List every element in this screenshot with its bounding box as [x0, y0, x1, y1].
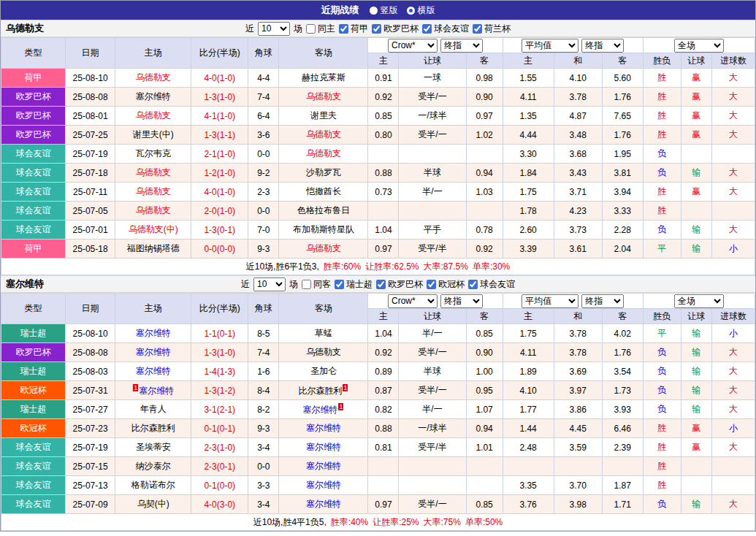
home-team-link[interactable]: 乌契(中) [137, 499, 169, 509]
handicap-odds-value [368, 202, 399, 221]
away-team-link[interactable]: 布加勒斯特星队 [293, 224, 354, 234]
home-team-link[interactable]: 塞尔维特 [136, 366, 171, 376]
league-filter-checkbox-input[interactable] [427, 280, 436, 289]
layout-radio-option[interactable]: 横版 [407, 4, 435, 17]
over-under-result-cell: 小 [711, 324, 755, 343]
summary-row: 近10场,胜4平1负5,胜率:40%让胜率:25%大率:75%单率:50% [1, 514, 755, 531]
win-draw-loss-cell: 胜 [643, 69, 681, 88]
away-team-link[interactable]: 塞尔维特 [306, 461, 341, 471]
average-odds-value: 3.97 [554, 381, 602, 400]
same-venue-checkbox-input[interactable] [302, 280, 311, 289]
home-team-cell: 格勒诺布尔 [115, 476, 191, 495]
page-title: 近期战绩 [321, 4, 359, 17]
column-subheader: 客 [602, 309, 643, 324]
league-filter-checkbox[interactable]: 欧冠杯 [427, 278, 465, 291]
league-filter-checkbox-input[interactable] [468, 280, 478, 289]
recent-count-select[interactable]: 10 [253, 277, 286, 291]
win-draw-loss-cell: 负 [643, 400, 681, 419]
away-team-link[interactable]: 乌德勒支 [306, 347, 341, 357]
home-team-link[interactable]: 乌德勒支(中) [129, 224, 178, 234]
home-team-link[interactable]: 比尔森胜利 [131, 423, 175, 433]
away-team-link[interactable]: 乌德勒支 [306, 91, 341, 102]
home-team-link[interactable]: 乌德勒支 [136, 186, 171, 196]
average-odds-value: 3.43 [554, 164, 602, 183]
away-team-link[interactable]: 塞尔维特 [306, 480, 341, 490]
recent-count-select[interactable]: 10 [258, 22, 290, 36]
home-team-link[interactable]: 谢里夫(中) [133, 129, 174, 139]
handicap-odds-value: 0.98 [466, 69, 503, 88]
league-filter-label: 欧罗巴杯 [383, 23, 419, 35]
league-filter-checkbox[interactable]: 球会友谊 [422, 23, 469, 35]
home-team-link[interactable]: 福图纳锡塔德 [127, 243, 180, 253]
handicap-result-cell: 输 [681, 343, 711, 362]
odds-stage-select[interactable]: 终指 [440, 294, 483, 308]
column-header: 主场 [115, 294, 191, 324]
home-team-link[interactable]: 格勒诺布尔 [131, 480, 175, 490]
average-stage-select[interactable]: 终指 [581, 39, 624, 53]
away-team-link[interactable]: 塞尔维特 [306, 499, 341, 509]
home-team-link[interactable]: 塞尔维特 [136, 347, 171, 357]
handicap-odds-value: 一/球半 [399, 419, 466, 438]
away-team-link[interactable]: 色格拉布鲁日 [297, 205, 350, 215]
handicap-result-cell: 输 [681, 381, 711, 400]
away-team-link[interactable]: 圣加仑 [310, 366, 337, 376]
bookmaker-select[interactable]: Crow* [388, 294, 438, 308]
away-team-link[interactable]: 赫拉克莱斯 [302, 72, 345, 83]
same-venue-label: 同主 [318, 23, 335, 35]
full-match-select[interactable]: 全场 [674, 39, 724, 53]
average-odds-select[interactable]: 平均值 [522, 294, 579, 308]
home-team-link[interactable]: 乌德勒支 [136, 205, 171, 215]
odds-stage-select[interactable]: 终指 [440, 39, 483, 53]
away-team-link[interactable]: 塞尔维特 [302, 405, 337, 415]
away-team-link[interactable]: 恺撒酋长 [306, 186, 341, 196]
away-team-link[interactable]: 乌德勒支 [306, 129, 341, 139]
match-row: 球会友谊25-07-05乌德勒支2-0(1-0)0-0色格拉布鲁日1.784.2… [1, 202, 755, 221]
league-filter-checkbox-input[interactable] [422, 24, 432, 34]
away-team-link[interactable]: 塞尔维特 [306, 442, 341, 452]
away-team-link[interactable]: 草蜢 [315, 328, 332, 338]
league-filter-checkbox[interactable]: 荷兰杯 [473, 23, 511, 35]
home-team-link[interactable]: 瓦尔韦克 [136, 148, 171, 158]
average-stage-select[interactable]: 终指 [581, 294, 624, 308]
home-team-link[interactable]: 年青人 [140, 404, 167, 414]
league-filter-checkbox[interactable]: 瑞士超 [335, 278, 373, 291]
league-filter-checkbox[interactable]: 荷甲 [339, 23, 368, 35]
away-team-link[interactable]: 乌德勒支 [306, 148, 341, 158]
away-team-link[interactable]: 沙勒罗瓦 [306, 167, 341, 177]
away-team-link[interactable]: 塞尔维特 [306, 423, 341, 433]
handicap-result-cell [681, 145, 711, 164]
league-filter-checkbox-input[interactable] [335, 280, 344, 289]
layout-radio-option[interactable]: 竖版 [370, 4, 398, 17]
away-team-link[interactable]: 乌德勒支 [306, 243, 341, 253]
league-filter-checkbox[interactable]: 欧罗巴杯 [376, 278, 423, 291]
away-team-link[interactable]: 谢里夫 [310, 110, 337, 120]
bookmaker-select[interactable]: Crow* [388, 39, 438, 53]
league-filter-checkbox[interactable]: 欧罗巴杯 [372, 23, 419, 35]
league-filter-checkbox-input[interactable] [473, 24, 482, 34]
home-team-link[interactable]: 乌德勒支 [136, 110, 171, 120]
home-team-link[interactable]: 乌德勒支 [136, 167, 171, 177]
recent-results-page: 近期战绩 竖版横版 乌德勒支近10场同主荷甲欧罗巴杯球会友谊荷兰杯类型日期主场比… [0, 0, 756, 532]
away-team-cell: 布加勒斯特星队 [279, 221, 368, 240]
column-header: 日期 [66, 38, 115, 69]
same-venue-checkbox-input[interactable] [306, 24, 316, 34]
full-match-select[interactable]: 全场 [674, 294, 724, 308]
league-filter-checkbox[interactable]: 球会友谊 [468, 278, 515, 291]
league-filter-checkbox-input[interactable] [372, 24, 381, 34]
over-under-result-cell: 大 [711, 495, 755, 514]
average-odds-select[interactable]: 平均值 [522, 39, 579, 53]
home-team-link[interactable]: 纳沙泰尔 [136, 461, 171, 471]
home-team-link[interactable]: 塞尔维特 [136, 91, 171, 102]
home-team-link[interactable]: 塞尔维特 [139, 386, 174, 396]
home-team-link[interactable]: 圣埃蒂安 [136, 442, 171, 452]
away-team-link[interactable]: 比尔森胜利 [298, 386, 342, 396]
league-filter-checkbox-input[interactable] [339, 24, 348, 34]
league-filter-checkbox-input[interactable] [376, 280, 386, 289]
same-venue-checkbox[interactable]: 同客 [302, 278, 331, 291]
same-venue-checkbox[interactable]: 同主 [306, 23, 335, 35]
home-team-link[interactable]: 乌德勒支 [136, 72, 171, 83]
average-odds-value: 1.44 [503, 419, 554, 438]
handicap-odds-value [399, 145, 466, 164]
home-team-link[interactable]: 塞尔维特 [136, 328, 171, 338]
average-odds-value: 4.11 [503, 88, 554, 107]
